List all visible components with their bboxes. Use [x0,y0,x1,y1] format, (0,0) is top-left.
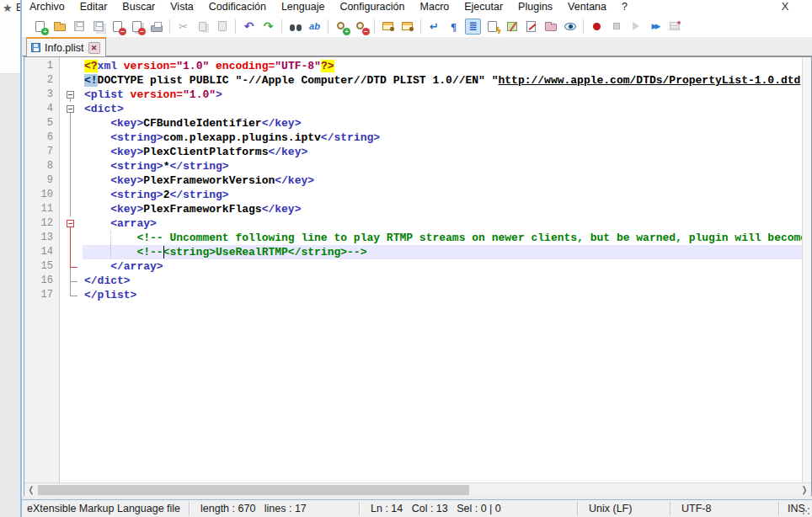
open-file-button[interactable] [51,19,67,35]
find-button[interactable] [287,19,303,35]
code-line-2[interactable]: 2<!DOCTYPE plist PUBLIC "-//Apple Comput… [24,73,802,88]
folder-as-workspace-button[interactable] [542,19,558,35]
fold-collapse-icon[interactable] [60,216,83,231]
document-map-button[interactable] [504,19,520,35]
copy-button[interactable] [195,19,211,35]
toolbar-separator [235,19,236,34]
close-all-button[interactable]: − [129,19,145,35]
code-line-3[interactable]: 3<plist version="1.0"> [24,88,802,102]
zoom-in-button[interactable]: + [334,19,350,35]
menu-item-ejecutar[interactable]: Ejecutar [457,0,510,15]
document-monitor-button[interactable] [523,19,539,35]
menu-item-configuracin[interactable]: Configuración [332,0,412,15]
code-text: <key>PlexClientPlatforms</key> [83,145,802,159]
save-button[interactable] [71,19,87,35]
menu-item-lenguaje[interactable]: Lenguaje [274,0,332,15]
code-line-12[interactable]: 12 <array> [24,216,802,231]
word-wrap-button[interactable]: ↵ [426,19,442,35]
status-eol-format[interactable]: Unix (LF) [589,503,632,514]
notepadpp-window: ArchivoEditarBuscarVistaCodificaciónLeng… [20,0,812,517]
menu-item-editar[interactable]: Editar [72,0,115,15]
zoom-out-button[interactable]: − [353,19,369,35]
fold-line [60,245,83,259]
window-close-button[interactable]: X [777,0,793,15]
code-line-1[interactable]: 1<?xml version="1.0" encoding="UTF-8"?> [24,59,802,73]
fold-collapse-icon[interactable] [60,102,83,116]
replace-button[interactable]: ab [307,19,323,35]
tab-info-plist[interactable]: Info.plist ✕ [26,37,106,56]
code-line-14[interactable]: 14 <!--<string>UseRealRTMP</string>--> [24,245,802,259]
horizontal-scroll-thumb[interactable] [38,485,469,495]
code-line-9[interactable]: 9 <key>PlexFrameworkVersion</key> [24,173,802,188]
menu-item-plugins[interactable]: Plugins [510,0,560,15]
code-line-6[interactable]: 6 <string>com.plexapp.plugins.iptv</stri… [24,131,802,145]
code-editor[interactable]: 1<?xml version="1.0" encoding="UTF-8"?>2… [24,56,812,496]
indent-guide-button[interactable]: ≣ [465,19,481,35]
close-file-button[interactable]: − [110,19,126,35]
paste-button[interactable] [214,19,230,35]
code-line-10[interactable]: 10 <string>2</string> [24,188,802,202]
fold-line [60,274,83,288]
status-divider [359,502,360,515]
sync-horizontal-scroll-button[interactable] [399,19,415,35]
line-number: 8 [24,159,60,173]
code-text: <key>CFBundleIdentifier</key> [83,116,802,131]
menu-item-macro[interactable]: Macro [413,0,457,15]
menu-item-?[interactable]: ? [614,0,635,15]
function-list-button[interactable]: ϟ [484,19,500,35]
status-bar: eXtensible Markup Language file length :… [22,499,812,517]
code-line-11[interactable]: 11 <key>PlexFrameworkFlags</key> [24,202,802,216]
screenshot-root: ★ B ArchivoEditarBuscarVistaCodificación… [0,0,812,517]
menu-bar: ArchivoEditarBuscarVistaCodificaciónLeng… [22,0,812,15]
code-line-4[interactable]: 4<dict> [24,102,802,116]
line-number: 4 [24,102,60,116]
menu-item-ventana[interactable]: Ventana [560,0,614,15]
view-file-button[interactable] [562,19,578,35]
menu-item-archivo[interactable]: Archivo [22,0,72,15]
code-line-17[interactable]: 17</plist> [24,288,802,302]
code-line-8[interactable]: 8 <string>*</string> [24,159,802,173]
menu-item-vista[interactable]: Vista [163,0,201,15]
menu-item-buscar[interactable]: Buscar [115,0,163,15]
redo-button[interactable]: ↷ [260,19,276,35]
line-number: 6 [24,131,60,145]
toolbar: +−−✂↶↷ab+−↵¶≣ϟ▶▶ [22,15,812,37]
cut-button[interactable]: ✂ [175,19,191,35]
macro-run-multiple-button[interactable]: ▶▶ [647,19,663,35]
print-button[interactable] [148,19,164,35]
code-line-13[interactable]: 13 <!-- Uncomment following line to play… [24,231,802,245]
macro-stop-button[interactable] [608,19,624,35]
status-encoding[interactable]: UTF-8 [681,503,711,514]
undo-button[interactable]: ↶ [241,19,257,35]
line-number: 13 [24,231,60,245]
code-line-16[interactable]: 16</dict> [24,274,802,288]
vertical-scrollbar[interactable] [802,57,811,482]
tab-close-icon[interactable]: ✕ [88,42,100,54]
macro-record-button[interactable] [589,19,605,35]
tab-bar: Info.plist ✕ [22,37,812,56]
scroll-left-arrow-icon[interactable]: ❬ [24,483,38,496]
status-divider [778,502,779,515]
code-lines: 1<?xml version="1.0" encoding="UTF-8"?>2… [24,59,802,302]
menu-item-codificacin[interactable]: Codificación [201,0,274,15]
macro-play-button[interactable] [628,19,644,35]
line-number: 12 [24,216,60,231]
code-text: <?xml version="1.0" encoding="UTF-8"?> [83,59,802,73]
status-divider [577,502,578,515]
sync-vertical-scroll-button[interactable] [380,19,396,35]
new-file-button[interactable]: + [32,19,48,35]
save-all-button[interactable] [90,19,106,35]
toolbar-separator [328,19,329,34]
code-text: <string>com.plexapp.plugins.iptv</string… [83,131,802,145]
show-all-chars-button[interactable]: ¶ [446,19,462,35]
code-line-5[interactable]: 5 <key>CFBundleIdentifier</key> [24,116,802,131]
scroll-right-arrow-icon[interactable]: ❭ [798,483,811,496]
macro-save-button[interactable] [666,19,682,35]
resize-grip[interactable] [802,507,810,515]
code-line-7[interactable]: 7 <key>PlexClientPlatforms</key> [24,145,802,159]
horizontal-scrollbar[interactable]: ❬ ❭ [24,482,811,496]
code-text: <string>*</string> [83,159,802,173]
fold-collapse-icon[interactable] [60,88,83,102]
code-text: </dict> [83,274,802,288]
code-line-15[interactable]: 15 </array> [24,259,802,274]
